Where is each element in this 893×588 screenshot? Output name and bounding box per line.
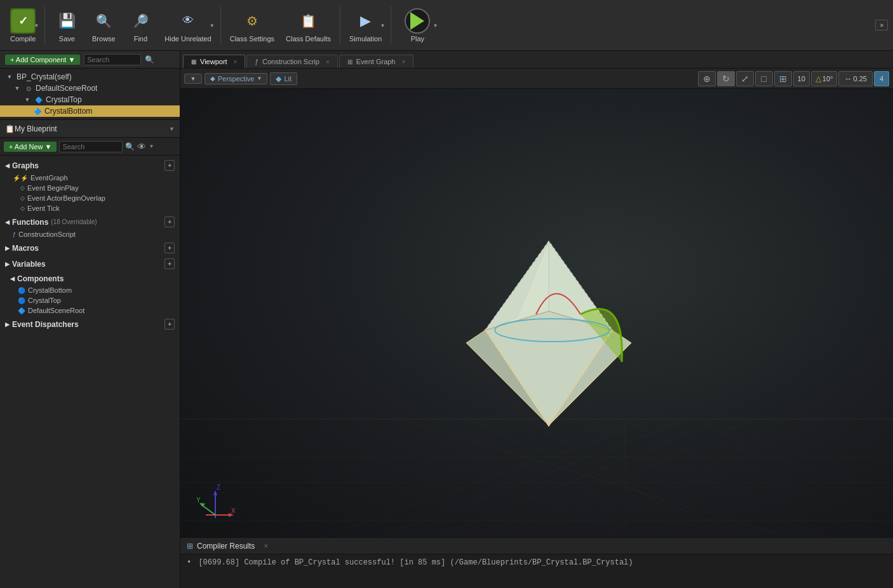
bp-search-icon: 🔍 (125, 142, 135, 151)
perspective-label: Perspective (218, 75, 254, 83)
tree-item-bp-crystal[interactable]: ▼ BP_Crystal(self) (0, 71, 180, 83)
compiler-results-panel: ⊞ Compiler Results × • [0699.68] Compile… (180, 537, 893, 588)
default-scene-root-label: DefaultSceneRoot (36, 84, 97, 93)
var-crystal-top-label: CrystalTop (28, 297, 61, 304)
compiler-tab-close[interactable]: × (264, 542, 268, 551)
add-new-button[interactable]: + Add New ▼ (4, 142, 57, 152)
tree-item-crystal-top[interactable]: ▼ 🔷 CrystalTop (0, 94, 180, 105)
vp-right-controls: ⊕ ↻ ⤢ □ ⊞ 10 △ 10° ↔ 0.25 4 (698, 71, 889, 86)
tab-construction-script[interactable]: ƒ Construction Scrip × (246, 55, 337, 68)
svg-text:Y: Y (196, 497, 201, 504)
event-begin-play-item[interactable]: ◇ Event BeginPlay (0, 183, 180, 193)
component-tree: ▼ BP_Crystal(self) ▼ ⊙ DefaultSceneRoot … (0, 69, 180, 119)
toolbar-expand-button[interactable]: » (875, 20, 888, 30)
event-dispatchers-header[interactable]: ▶ Event Dispatchers + (0, 317, 180, 331)
sep4 (391, 6, 391, 44)
simulation-button[interactable]: ▶ Simulation ▼ (344, 3, 387, 48)
blueprint-search-input[interactable] (59, 141, 123, 152)
play-triangle (410, 12, 424, 30)
event-tab-close[interactable]: × (402, 58, 406, 65)
visibility-button[interactable]: 👁 (137, 142, 146, 152)
component-search-input[interactable] (84, 54, 141, 65)
class-settings-button[interactable]: ⚙ Class Settings (225, 3, 279, 48)
variables-header[interactable]: ▶ Variables + (0, 257, 180, 271)
find-button[interactable]: 🔎 Find (123, 3, 158, 48)
components-sub-header[interactable]: ◀ Components (0, 272, 180, 285)
bp-panel-title: My Blueprint (15, 124, 169, 133)
simulation-icon: ▶ (354, 10, 377, 32)
hide-icon: 👁 (177, 10, 199, 32)
functions-add-button[interactable]: + (164, 217, 175, 227)
class-settings-label: Class Settings (230, 35, 274, 43)
event-begin-play-label: Event BeginPlay (27, 184, 79, 192)
tree-item-default-scene-root[interactable]: ▼ ⊙ DefaultSceneRoot (0, 83, 180, 94)
save-button[interactable]: 💾 Save (49, 3, 84, 48)
event-graph-item[interactable]: ⚡⚡ EventGraph (0, 173, 180, 183)
class-defaults-button[interactable]: 📋 Class Defaults (281, 3, 336, 48)
scale-icon[interactable]: ⤢ (736, 71, 754, 86)
mode-icon[interactable]: □ (755, 71, 773, 86)
rotate-icon[interactable]: ↻ (717, 71, 735, 86)
main-area: + Add Component ▼ 🔍 ▼ BP_Crystal(self) ▼… (0, 51, 893, 588)
construction-script-item[interactable]: ƒ ConstructionScript (0, 229, 180, 239)
collapse-icon: ▼ (5, 72, 14, 81)
var-crystal-bottom-label: CrystalBottom (28, 286, 72, 294)
variables-section: ▶ Variables + (0, 257, 180, 271)
add-component-button[interactable]: + Add Component ▼ (5, 55, 80, 65)
perspective-button[interactable]: ◆ Perspective ▼ (205, 73, 267, 84)
compiler-message: [0699.68] Compile of BP_Crystal successf… (198, 558, 633, 567)
event-diamond-icon3: ◇ (20, 205, 25, 211)
ed-add-button[interactable]: + (164, 319, 175, 330)
collapse-icon2: ▼ (13, 84, 22, 93)
macros-arrow: ▶ (5, 245, 10, 251)
right-area: ⊞ Viewport × ƒ Construction Scrip × ⊞ Ev… (180, 51, 893, 588)
construction-script-label: ConstructionScript (18, 231, 76, 238)
compiler-tab-label: Compiler Results (197, 542, 255, 551)
construction-tab-close[interactable]: × (326, 58, 330, 65)
hide-arrow-icon: ▼ (210, 22, 215, 28)
graphs-add-button[interactable]: + (164, 160, 175, 171)
add-component-label: + Add Component (10, 56, 66, 63)
play-button[interactable]: Play ▼ (395, 3, 440, 48)
event-tab-icon: ⊞ (347, 58, 352, 65)
count-button[interactable]: 4 (874, 71, 889, 86)
snap-value-button[interactable]: ↔ 0.25 (838, 71, 872, 86)
tab-viewport[interactable]: ⊞ Viewport × (183, 55, 245, 68)
var-crystal-bottom[interactable]: 🔵 CrystalBottom (0, 285, 180, 295)
event-actor-overlap-item[interactable]: ◇ Event ActorBeginOverlap (0, 193, 180, 203)
find-icon: 🔎 (129, 10, 152, 32)
viewport-canvas-area[interactable]: Z X Y (180, 89, 893, 537)
angle-button[interactable]: △ 10° (811, 71, 838, 86)
viewport-tab-close[interactable]: × (234, 58, 238, 65)
viewport-toolbar: ▼ ◆ Perspective ▼ ◆ Lit ⊕ ↻ ⤢ □ ⊞ 10 (180, 69, 893, 89)
tab-event-graph[interactable]: ⊞ Event Graph × (339, 55, 414, 68)
translate-icon[interactable]: ⊕ (698, 71, 716, 86)
event-tick-item[interactable]: ◇ Event Tick (0, 203, 180, 213)
var-default-scene-root[interactable]: 🔷 DefaultSceneRoot (0, 305, 180, 316)
bp-toolbar: + Add New ▼ 🔍 👁 ▼ (0, 138, 180, 156)
hide-unrelated-button[interactable]: 👁 Hide Unrelated ▼ (159, 3, 216, 48)
var-crystal-top[interactable]: 🔵 CrystalTop (0, 295, 180, 305)
tree-item-crystal-bottom[interactable]: 🔷 CrystalBottom (0, 105, 180, 117)
functions-header[interactable]: ◀ Functions (18 Overridable) + (0, 215, 180, 229)
crystal-bottom-label: CrystalBottom (44, 107, 92, 116)
eye-arrow-icon: ▼ (149, 144, 154, 149)
browse-button[interactable]: 🔍 Browse (86, 3, 121, 48)
compile-button[interactable]: Compile ▼ (5, 3, 41, 48)
graphs-label: Graphs (12, 161, 39, 170)
compiler-content: • [0699.68] Compile of BP_Crystal succes… (180, 554, 893, 588)
tab-viewport-label: Viewport (200, 58, 227, 65)
mesh-icon-bottom: 🔷 (33, 107, 42, 116)
macros-add-button[interactable]: + (164, 243, 175, 253)
lit-button[interactable]: ◆ Lit (270, 72, 297, 85)
compiler-bullet: • (187, 558, 191, 567)
lit-icon: ◆ (276, 74, 281, 83)
grid-icon[interactable]: ⊞ (774, 71, 792, 86)
play-icon (405, 8, 430, 34)
vp-collapse-button[interactable]: ▼ (184, 74, 202, 84)
graphs-header[interactable]: ◀ Graphs + (0, 158, 180, 173)
sep2 (220, 6, 221, 44)
grid-num-button[interactable]: 10 (793, 71, 810, 86)
variables-add-button[interactable]: + (164, 258, 175, 269)
macros-header[interactable]: ▶ Macros + (0, 241, 180, 255)
